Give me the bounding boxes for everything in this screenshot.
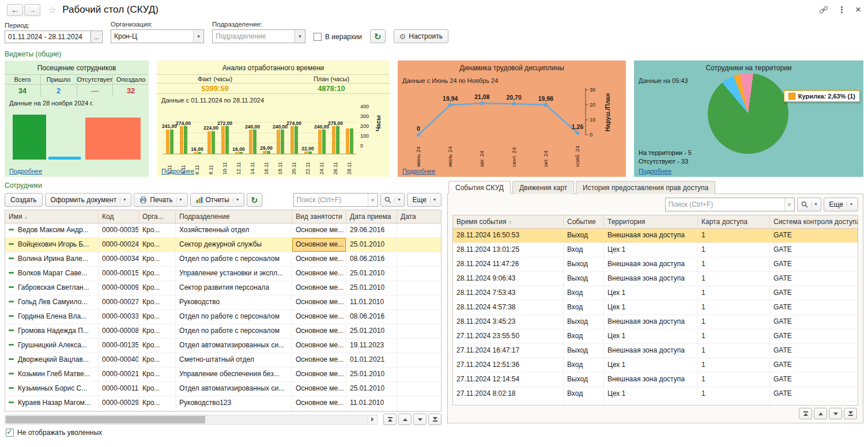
reports-button[interactable]: Отчеты▾ [190, 193, 245, 207]
hide-fired-checkbox[interactable]: Не отображать уволенных [6, 429, 441, 437]
employee-row[interactable]: Габровская Светлан... 0000-00009 Кро... … [5, 281, 441, 296]
column-header-name[interactable]: Имя↓ [5, 210, 99, 223]
column-header-hire-date[interactable]: Дата приема [346, 210, 397, 223]
refresh-list-button[interactable]: ↻ [247, 193, 262, 207]
gear-icon: ⚙ [399, 33, 406, 40]
events-search-row: × ▾ Еще▾ [452, 198, 858, 211]
print-button[interactable]: Печать▾ [134, 193, 187, 207]
department-select[interactable]: Подразделение ▾ [212, 29, 305, 43]
event-row[interactable]: 28.11.2024 3:45:23 Выход Внешнаая зона д… [453, 315, 858, 329]
employee-row[interactable]: Козьмин Глеб Матве... 0000-00021 Кро... … [5, 368, 441, 382]
scroll-up-button[interactable] [398, 414, 412, 425]
create-button[interactable]: Создать [5, 193, 43, 207]
worked-time-details-link[interactable]: Подробнее [161, 168, 194, 175]
event-row[interactable]: 28.11.2024 13:01:25 Вход Цех 1 1 GATE [453, 243, 858, 257]
more-menu-icon[interactable]: ⋮ [837, 5, 846, 15]
events-search-button[interactable]: ▾ [797, 198, 821, 211]
employee-state-icon [9, 286, 14, 288]
employee-row[interactable]: Дворжецкий Вацлав... 0000-00040 Кро... С… [5, 353, 441, 368]
column-header-dept[interactable]: Подразделение [176, 210, 292, 223]
svg-text:19,94: 19,94 [443, 95, 458, 102]
scroll-bottom-button[interactable] [844, 408, 857, 419]
column-header-access-card[interactable]: Карта доступа [698, 215, 770, 228]
favorite-star-icon[interactable]: ☆ [48, 5, 56, 16]
widget-title: Посещение сотрудников [5, 62, 149, 75]
employees-search-button[interactable]: ▾ [380, 193, 405, 207]
scroll-down-button[interactable] [413, 414, 427, 425]
attendance-details-link[interactable]: Подробнее [9, 168, 42, 175]
period-input[interactable] [5, 31, 91, 43]
event-row[interactable]: 27.11.2024 16:47:17 Выход Внешнаая зона … [453, 344, 858, 358]
plan-label: План (часы) [273, 75, 390, 84]
territory-details-link[interactable]: Подробнее [639, 168, 671, 175]
column-header-org[interactable]: Орга... [139, 210, 176, 223]
employee-row[interactable]: Гольд Лев Самуило... 0000-00027 Кро... Р… [5, 296, 441, 310]
event-row[interactable]: 28.11.2024 11:47:26 Выход Внешнаая зона … [453, 257, 858, 272]
scroll-right-button[interactable] [368, 415, 378, 425]
column-header-event[interactable]: Событие [564, 215, 604, 228]
forward-button[interactable]: → [24, 4, 40, 16]
clear-search-icon[interactable]: × [368, 194, 378, 206]
get-link-icon[interactable] [819, 5, 828, 14]
plan-value: 4878:10 [273, 84, 390, 93]
column-header-territory[interactable]: Территория [604, 215, 698, 228]
employee-row[interactable]: Максимов Максим М... 0000-00129 Кро... С… [5, 411, 441, 411]
column-header-event-time[interactable]: Время события↑ [453, 215, 564, 228]
configure-button[interactable]: ⚙ Настроить [394, 29, 448, 43]
event-row[interactable]: 26.11.2024 17:01:01 Выход Внешнаая зона … [453, 401, 858, 405]
close-icon[interactable]: × [855, 4, 861, 16]
events-search-input[interactable] [666, 198, 784, 211]
bar-late [85, 118, 141, 160]
employee-row[interactable]: Гордина Елена Вла... 0000-00033 Кро... О… [5, 310, 441, 324]
column-header-code[interactable]: Код [99, 210, 139, 223]
employee-row[interactable]: Войцехович Игорь Б... 0000-00024 Кро... … [5, 238, 441, 252]
employee-row[interactable]: Ведов Максим Андр... 0000-00035 Кро... Х… [5, 223, 441, 238]
horizontal-scrollbar[interactable] [5, 415, 378, 425]
event-row[interactable]: 28.11.2024 7:53:43 Вход Цех 1 1 GATE [453, 286, 858, 301]
event-row[interactable]: 28.11.2024 16:50:53 Выход Внешнаая зона … [453, 229, 858, 243]
chevron-down-icon[interactable]: ▾ [193, 30, 203, 43]
employee-row[interactable]: Громова Надежда П... 0000-00008 Кро... О… [5, 324, 441, 339]
event-row[interactable]: 27.11.2024 8:02:18 Вход Цех 1 1 GATE [453, 387, 858, 401]
tab-access-rights-history[interactable]: История предоставления прав доступа [576, 181, 715, 194]
tab-events-skud[interactable]: События СКУД [448, 181, 511, 194]
hierarchy-checkbox[interactable]: В иерархии [314, 33, 362, 41]
employee-row[interactable]: Грушницкий Алекса... 0000-00135 Кро... О… [5, 339, 441, 353]
discipline-details-link[interactable]: Подробнее [402, 168, 435, 175]
events-more-button[interactable]: Еще▾ [824, 198, 858, 211]
scroll-up-button[interactable] [814, 408, 827, 419]
organization-select[interactable]: Крон-Ц ▾ [111, 29, 204, 43]
refresh-button[interactable]: ↻ [370, 29, 386, 43]
employee-row[interactable]: Волина Ирина Вале... 0000-00034 Кро... О… [5, 252, 441, 267]
scroll-top-button[interactable] [383, 414, 397, 425]
event-row[interactable]: 28.11.2024 4:57:38 Вход Цех 1 1 GATE [453, 301, 858, 315]
employees-search-input[interactable] [294, 194, 368, 206]
scroll-top-button[interactable] [799, 408, 812, 419]
employees-table-header: Имя↓ Код Орга... Подразделение Вид занят… [5, 210, 441, 223]
scroll-bottom-button[interactable] [428, 414, 441, 425]
employee-row[interactable]: Кураев Назар Магом... 0000-00029 Кро... … [5, 396, 441, 411]
scrollbar-thumb[interactable] [6, 416, 205, 423]
widgets-section-title: Виджеты (общие) [0, 49, 868, 60]
period-picker-button[interactable]: ... [91, 31, 103, 43]
scroll-down-button[interactable] [829, 408, 842, 419]
back-button[interactable]: ← [7, 4, 23, 16]
event-row[interactable]: 27.11.2024 12:14:54 Выход Внешнаая зона … [453, 373, 858, 387]
employee-row[interactable]: Кузьминых Борис С... 0000-00011 Кро... О… [5, 382, 441, 396]
column-header-access-system[interactable]: Система контроля доступа [770, 215, 858, 228]
employee-row[interactable]: Волков Марат Саве... 0000-00015 Кро... У… [5, 267, 441, 281]
clear-search-icon[interactable]: × [784, 198, 794, 211]
tab-card-movements[interactable]: Движения карт [512, 181, 574, 194]
chevron-down-icon[interactable]: ▾ [295, 30, 305, 43]
column-header-employment[interactable]: Вид занятости [292, 210, 346, 223]
event-row[interactable]: 27.11.2024 23:55:50 Вход Цех 1 1 GATE [453, 329, 858, 344]
event-row[interactable]: 27.11.2024 12:51:36 Вход Цех 1 1 GATE [453, 358, 858, 373]
column-header-extra[interactable]: Дата [397, 210, 441, 223]
hierarchy-checkbox-label: В иерархии [325, 33, 362, 41]
make-document-button[interactable]: Оформить документ▾ [45, 193, 132, 207]
bar-total [13, 115, 46, 160]
employees-more-button[interactable]: Еще▾ [407, 193, 441, 207]
refresh-icon: ↻ [251, 196, 258, 204]
chevron-down-icon: ▾ [120, 198, 126, 202]
event-row[interactable]: 28.11.2024 9:06:43 Выход Внешнаая зона д… [453, 272, 858, 286]
